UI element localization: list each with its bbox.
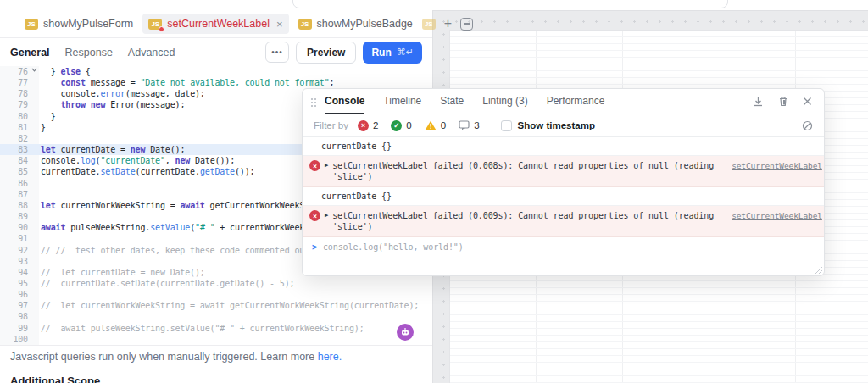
line-number: 96 [0, 289, 39, 300]
filter-errors[interactable]: × 2 [358, 120, 378, 131]
query-tab-showMyPulseForm[interactable]: JSshowMyPulseForm [19, 14, 139, 34]
line-number: 81 [0, 122, 39, 133]
code-line-99[interactable]: 99// await pulseWeekString.setValue("# "… [0, 323, 432, 334]
show-timestamp-checkbox[interactable] [501, 120, 512, 131]
tab-advanced[interactable]: Advanced [128, 47, 175, 58]
console-tab-console[interactable]: Console [325, 89, 364, 114]
js-query-icon: JS [298, 19, 312, 30]
console-filter-row: Filter by × 2 ✓ 0 0 3 Sho [303, 114, 824, 137]
debug-console-panel: ConsoleTimelineStateLinting (3)Performan… [302, 88, 825, 276]
line-number: 92 [0, 245, 39, 256]
line-number: 78 [0, 88, 39, 99]
line-number: 85 [0, 166, 39, 177]
error-source-link[interactable]: setCurrentWeekLabel [732, 211, 822, 220]
error-source: setCurrentWeekLabelJS [732, 160, 824, 170]
console-input-text[interactable]: console.log("hello, world!") [323, 242, 464, 252]
filter-success[interactable]: ✓ 0 [391, 120, 411, 131]
code-line-content: // await pulseWeekString.setValue("# " +… [39, 323, 432, 334]
download-logs-icon[interactable] [753, 96, 764, 107]
collapse-panel-icon[interactable] [460, 18, 473, 31]
message-count-icon [459, 120, 470, 130]
more-options-button[interactable]: ••• [265, 42, 289, 63]
clear-console-trash-icon[interactable] [778, 96, 788, 107]
additional-scope-heading: Additional Scope [10, 375, 100, 383]
line-number: 91 [0, 233, 39, 244]
learn-more-link[interactable]: here. [318, 351, 342, 363]
code-line-content [39, 289, 432, 300]
code-line-77[interactable]: 77 const message = "Date not available, … [0, 77, 432, 88]
code-line-95[interactable]: 95// currentDate.setDate(currentDate.get… [0, 278, 432, 289]
line-number: 95 [0, 278, 39, 289]
error-source-link[interactable]: setCurrentWeekLabel [732, 161, 822, 170]
line-number: 84 [0, 155, 39, 166]
code-line-97[interactable]: 97// let currentWorkWeekString = await g… [0, 300, 432, 311]
query-tab-label: showMyPulseForm [43, 18, 133, 30]
console-input-row[interactable]: >console.log("hello, world!") [303, 237, 824, 256]
console-tab-linting-3-[interactable]: Linting (3) [482, 89, 527, 114]
clear-filter-icon[interactable] [802, 120, 813, 131]
query-tab-setCurrentWeekLabel[interactable]: JSsetCurrentWeekLabel× [142, 14, 288, 34]
console-prompt-icon: > [312, 242, 317, 252]
filter-messages[interactable]: 3 [459, 120, 479, 130]
console-log-entry[interactable]: currentDate {} [303, 187, 824, 206]
code-line-100[interactable]: 100 [0, 334, 432, 345]
error-message: setCurrentWeekLabel failed (0.009s): Can… [332, 210, 727, 232]
line-number: 77 [0, 77, 39, 88]
console-log-entry[interactable]: currentDate {} [303, 137, 824, 156]
code-line-content: } else { [39, 66, 432, 77]
filter-warnings[interactable]: 0 [425, 120, 446, 130]
code-line-content: // currentDate.setDate(currentDate.getDa… [39, 278, 432, 289]
code-line-content: const message = "Date not available, cou… [39, 77, 432, 88]
code-line-98[interactable]: 98 [0, 311, 432, 322]
new-js-query-icon[interactable]: JS [422, 19, 436, 30]
close-console-icon[interactable] [803, 97, 812, 106]
query-tab-label: showMyPulseBadge [317, 18, 413, 30]
line-number: 79 [0, 99, 39, 110]
expand-arrow-icon[interactable]: ▶ [325, 160, 328, 171]
console-header: ConsoleTimelineStateLinting (3)Performan… [303, 89, 824, 114]
ai-assistant-icon[interactable] [397, 324, 414, 341]
close-tab-icon[interactable]: × [276, 19, 283, 30]
run-shortcut: ⌘↵ [397, 47, 414, 58]
run-button[interactable]: Run⌘↵ [363, 42, 422, 64]
line-number: 87 [0, 189, 39, 200]
code-line-content [39, 311, 432, 322]
js-query-icon: JS [25, 19, 38, 30]
code-line-content: // let currentWorkWeekString = await get… [39, 300, 432, 311]
warning-count-icon [425, 120, 437, 130]
error-count-icon: × [358, 120, 369, 131]
js-query-icon: JS [148, 19, 162, 30]
resize-handle[interactable] [814, 265, 822, 274]
console-tab-timeline[interactable]: Timeline [383, 89, 421, 114]
error-icon: × [309, 210, 320, 221]
tab-general[interactable]: General [10, 47, 50, 58]
code-line-96[interactable]: 96 [0, 289, 432, 300]
preview-button[interactable]: Preview [296, 42, 356, 64]
fold-chevron-icon[interactable] [31, 68, 37, 72]
console-tab-performance[interactable]: Performance [547, 89, 605, 114]
add-tab-button[interactable]: + [444, 17, 452, 31]
line-number: 94 [0, 267, 39, 278]
error-message: setCurrentWeekLabel failed (0.008s): Can… [332, 160, 727, 182]
filter-by-label: Filter by [314, 120, 348, 130]
console-tab-state[interactable]: State [440, 89, 464, 114]
console-error-entry[interactable]: ×▶setCurrentWeekLabel failed (0.008s): C… [303, 156, 824, 187]
expand-arrow-icon[interactable]: ▶ [325, 210, 328, 221]
error-dot-icon [159, 26, 164, 32]
show-timestamp-label: Show timestamp [518, 120, 595, 130]
line-number: 86 [0, 178, 39, 189]
line-number: 89 [0, 211, 39, 222]
line-number: 88 [0, 200, 39, 211]
query-toolbar: GeneralResponseAdvanced ••• Preview Run⌘… [0, 38, 432, 66]
line-number: 98 [0, 311, 39, 322]
tab-response[interactable]: Response [65, 47, 113, 58]
global-search-input[interactable]: Search for components, queries, and acti… [292, 0, 728, 8]
error-icon: × [309, 160, 320, 171]
code-line-76[interactable]: 76 } else { [0, 66, 432, 77]
drag-handle-icon[interactable] [310, 97, 316, 107]
query-tab-showMyPulseBadge[interactable]: JSshowMyPulseBadge [292, 14, 419, 34]
query-tabbar: JSshowMyPulseFormJSsetCurrentWeekLabel×J… [0, 10, 432, 38]
console-error-entry[interactable]: ×▶setCurrentWeekLabel failed (0.009s): C… [303, 206, 824, 237]
line-number: 99 [0, 323, 39, 334]
query-tab-label: setCurrentWeekLabel [167, 18, 270, 30]
